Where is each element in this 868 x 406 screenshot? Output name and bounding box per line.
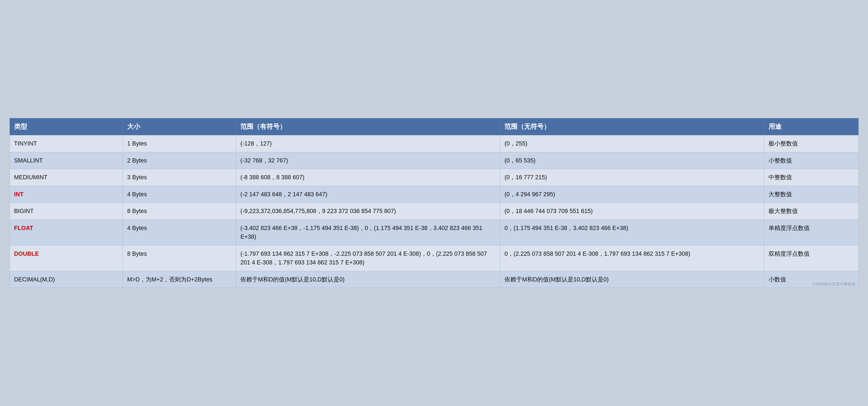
cell-size: 1 Bytes xyxy=(123,135,236,152)
table-row: INT4 Bytes(-2 147 483 648，2 147 483 647)… xyxy=(9,186,859,203)
cell-size: 2 Bytes xyxy=(123,152,236,169)
cell-usage: 单精度浮点数值 xyxy=(764,220,859,245)
table-header-row: 类型 大小 范围（有符号） 范围（无符号） 用途 xyxy=(9,118,859,135)
cell-signed: (-8 388 608，8 388 607) xyxy=(236,169,500,186)
cell-type: BIGINT xyxy=(9,203,123,220)
cell-unsigned: (0，18 446 744 073 709 551 615) xyxy=(500,203,764,220)
cell-signed: (-1.797 693 134 862 315 7 E+308，-2.225 0… xyxy=(236,245,500,271)
cell-type: SMALLINT xyxy=(9,152,123,169)
cell-size: 8 Bytes xyxy=(123,245,236,271)
table-row: FLOAT4 Bytes(-3.402 823 466 E+38，-1.175 … xyxy=(9,220,859,245)
cell-usage: 中整数值 xyxy=(764,169,859,186)
cell-unsigned: 依赖于M和D的值(M默认是10,D默认是0) xyxy=(500,271,764,288)
header-unsigned: 范围（无符号） xyxy=(500,118,764,135)
cell-unsigned: (0，16 777 215) xyxy=(500,169,764,186)
cell-signed: (-2 147 483 648，2 147 483 647) xyxy=(236,186,500,203)
cell-unsigned: (0，4 294 967 295) xyxy=(500,186,764,203)
cell-type: TINYINT xyxy=(9,135,123,152)
cell-size: 4 Bytes xyxy=(123,186,236,203)
cell-size: 4 Bytes xyxy=(123,220,236,245)
data-table: 类型 大小 范围（有符号） 范围（无符号） 用途 TINYINT1 Bytes(… xyxy=(9,118,859,288)
cell-type: DECIMAL(M,D) xyxy=(9,271,123,288)
cell-type: DOUBLE xyxy=(9,245,123,271)
cell-type: FLOAT xyxy=(9,220,123,245)
cell-usage: 双精度浮点数值 xyxy=(764,245,859,271)
cell-unsigned: 0，(1.175 494 351 E-38，3.402 823 466 E+38… xyxy=(500,220,764,245)
header-type: 类型 xyxy=(9,118,123,135)
cell-signed: (-3.402 823 466 E+38，-1.175 494 351 E-38… xyxy=(236,220,500,245)
cell-usage: 极大整数值 xyxy=(764,203,859,220)
cell-size: 8 Bytes xyxy=(123,203,236,220)
table-row: DECIMAL(M,D)M>D，为M+2，否则为D+2Bytes依赖于M和D的值… xyxy=(9,271,859,288)
table-row: BIGINT8 Bytes(-9,223,372,036,854,775,808… xyxy=(9,203,859,220)
cell-size: M>D，为M+2，否则为D+2Bytes xyxy=(123,271,236,288)
cell-signed: 依赖于M和D的值(M默认是10,D默认是0) xyxy=(236,271,500,288)
header-size: 大小 xyxy=(123,118,236,135)
cell-unsigned: 0，(2.225 073 858 507 201 4 E-308，1.797 6… xyxy=(500,245,764,271)
cell-usage: 极小整数值 xyxy=(764,135,859,152)
cell-signed: (-32 768，32 767) xyxy=(236,152,500,169)
cell-unsigned: (0，65 535) xyxy=(500,152,764,169)
header-usage: 用途 xyxy=(764,118,859,135)
cell-type: MEDIUMINT xyxy=(9,169,123,186)
table-row: TINYINT1 Bytes(-128，127)(0，255)极小整数值 xyxy=(9,135,859,152)
header-signed: 范围（有符号） xyxy=(236,118,500,135)
cell-signed: (-9,223,372,036,854,775,808，9 223 372 03… xyxy=(236,203,500,220)
table-row: DOUBLE8 Bytes(-1.797 693 134 862 315 7 E… xyxy=(9,245,859,271)
cell-unsigned: (0，255) xyxy=(500,135,764,152)
table-row: MEDIUMINT3 Bytes(-8 388 608，8 388 607)(0… xyxy=(9,169,859,186)
cell-usage: 大整数值 xyxy=(764,186,859,203)
cell-signed: (-128，127) xyxy=(236,135,500,152)
watermark: CSDN@小王也不教徒孙 xyxy=(813,282,856,287)
cell-usage: 小整数值 xyxy=(764,152,859,169)
table-wrapper: 类型 大小 范围（有符号） 范围（无符号） 用途 TINYINT1 Bytes(… xyxy=(9,118,859,288)
cell-size: 3 Bytes xyxy=(123,169,236,186)
cell-type: INT xyxy=(9,186,123,203)
table-row: SMALLINT2 Bytes(-32 768，32 767)(0，65 535… xyxy=(9,152,859,169)
